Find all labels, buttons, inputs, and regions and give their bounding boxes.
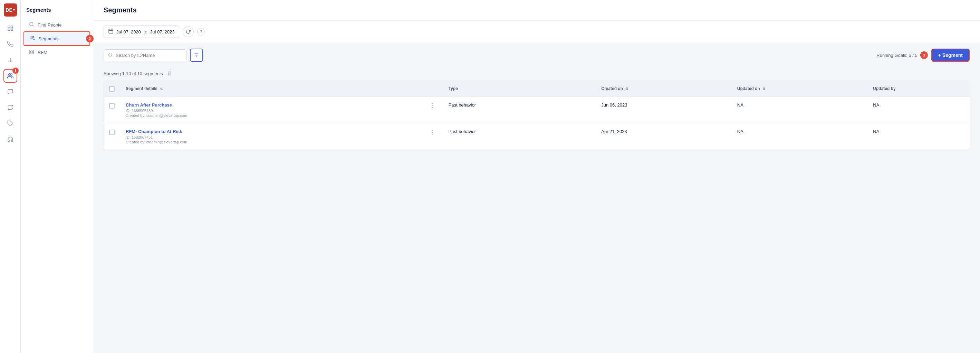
row1-type: Past behavior [443,97,596,123]
sidebar-item-segments-label: Segments [38,36,59,41]
nav-icon-funnel[interactable] [3,101,17,114]
svg-rect-13 [32,50,33,51]
row2-segment-name[interactable]: RFM- Champion to At Risk [126,129,425,134]
table-row: Churn After Purchase ID: 1686005189 Crea… [103,97,970,123]
sidebar-item-segments[interactable]: Segments 2 [24,32,90,46]
add-segment-label: + Segment [938,52,963,58]
row1-updated-by: NA [867,97,970,123]
nav-icon-people[interactable]: 1 [3,69,17,83]
filter-button[interactable] [190,49,203,62]
icon-bar: DE ▾ 1 [0,0,21,353]
sidebar-item-rfm-label: RFM [38,50,47,55]
row2-segment-id: ID: 1682067451 [126,135,425,139]
svg-rect-15 [32,52,33,54]
showing-text: Showing 1-10 of 10 segments [103,71,163,76]
row1-details-cell: Churn After Purchase ID: 1686005189 Crea… [120,97,443,123]
th-segment-details-label: Segment details [126,86,158,91]
date-separator: to [144,29,148,35]
sidebar-title: Segments [21,7,93,18]
sidebar-item-rfm[interactable]: RFM [24,46,90,59]
row1-updated-on: NA [732,97,868,123]
showing-bar: Showing 1-10 of 10 segments [103,67,970,81]
row2-type: Past behavior [443,123,596,150]
help-icon[interactable]: ? [197,28,205,35]
sort-icon-updated[interactable]: ⇅ [762,87,765,91]
row1-created-by: Created by: ctadmin@clevertap.com [126,113,425,117]
delete-icon[interactable] [167,71,172,76]
row1-menu-button[interactable]: ⋮ [428,101,438,110]
th-type: Type [443,81,596,97]
svg-rect-1 [11,26,13,28]
svg-rect-0 [8,26,10,28]
segments-icon [30,35,35,42]
table-area: Showing 1-10 of 10 segments Segment deta… [93,67,980,353]
th-created-on[interactable]: Created on ⇅ [596,81,731,97]
row1-segment-name[interactable]: Churn After Purchase [126,102,425,108]
find-people-icon [29,22,34,28]
svg-rect-12 [30,50,31,51]
th-updated-by-label: Updated by [873,86,896,91]
svg-point-7 [8,73,10,76]
segments-table: Segment details ⇅ Type Created on ⇅ Upda… [103,81,970,150]
svg-point-11 [31,36,32,38]
running-goals-label: Running Goals: 5 / 5 [877,53,918,58]
row2-checkbox-cell [103,123,120,150]
th-select-all[interactable] [103,81,120,97]
segments-badge: 2 [86,35,94,43]
sidebar-item-find-people[interactable]: Find People [24,18,90,32]
select-all-checkbox[interactable] [109,86,115,92]
th-segment-details[interactable]: Segment details ⇅ [120,81,443,97]
date-from: Jul 07, 2020 [116,29,141,35]
row1-checkbox[interactable] [109,103,115,109]
svg-point-9 [30,22,33,26]
th-type-label: Type [449,86,458,91]
search-box[interactable] [103,49,186,61]
refresh-button[interactable] [183,26,194,37]
th-updated-on[interactable]: Updated on ⇅ [732,81,868,97]
date-to: Jul 07, 2023 [150,29,175,35]
nav-icon-dashboard[interactable] [3,21,17,35]
add-segment-button[interactable]: + Segment [931,49,970,62]
nav-icon-chart[interactable] [3,53,17,67]
search-icon [108,52,113,58]
svg-line-21 [111,55,113,57]
row2-created-by: Created by: ctadmin@clevertap.com [126,140,425,144]
nav-icon-support[interactable] [3,132,17,146]
th-updated-by: Updated by [867,81,970,97]
svg-rect-3 [11,29,13,31]
toolbar: Running Goals: 5 / 5 3 + Segment [93,43,980,67]
main-content: Segments Jul 07, 2020 to Jul 07, 2023 ? [93,0,980,353]
calendar-icon [108,28,114,35]
logo-text: DE [6,7,12,13]
row2-details-cell: RFM- Champion to At Risk ID: 1682067451 … [120,123,443,150]
sidebar-item-find-people-label: Find People [38,22,62,28]
nav-icon-phone[interactable] [3,37,17,51]
logo-button[interactable]: DE ▾ [4,3,17,17]
row2-updated-on: NA [732,123,868,150]
row2-created-on: Apr 21, 2023 [596,123,731,150]
table-header-row: Segment details ⇅ Type Created on ⇅ Upda… [103,81,970,97]
svg-rect-14 [30,52,31,54]
running-goals: Running Goals: 5 / 5 3 [877,51,928,59]
rfm-icon [29,49,34,55]
row1-segment-id: ID: 1686005189 [126,109,425,113]
sort-icon-details[interactable]: ⇅ [160,87,163,91]
page-title: Segments [103,6,970,14]
svg-rect-16 [109,29,113,33]
nav-icon-tag[interactable] [3,117,17,130]
svg-rect-2 [8,29,10,31]
chevron-down-icon: ▾ [13,8,15,12]
th-created-on-label: Created on [601,86,623,91]
search-input[interactable] [116,53,182,58]
nav-icon-chat[interactable] [3,85,17,98]
svg-line-10 [32,25,33,26]
th-updated-on-label: Updated on [737,86,760,91]
main-header: Segments [93,0,980,21]
row2-checkbox[interactable] [109,130,115,135]
row1-checkbox-cell [103,97,120,123]
date-range-picker[interactable]: Jul 07, 2020 to Jul 07, 2023 [103,25,179,38]
sidebar: Segments Find People Segments 2 RFM [21,0,93,353]
row1-created-on: Jun 06, 2023 [596,97,731,123]
sort-icon-created[interactable]: ⇅ [625,87,628,91]
row2-menu-button[interactable]: ⋮ [428,128,438,136]
